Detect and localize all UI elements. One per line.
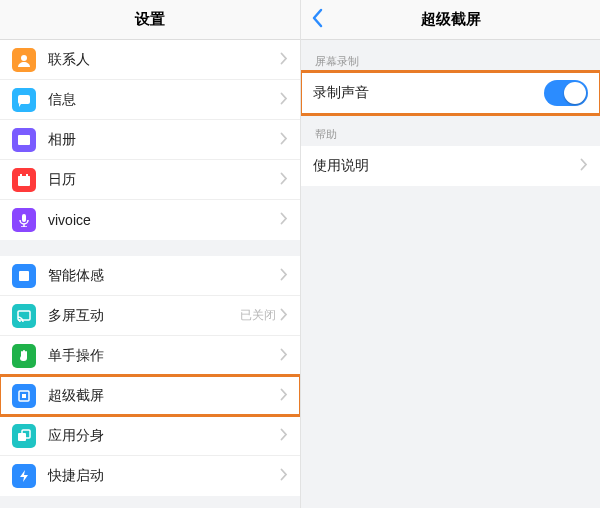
chevron-right-icon [280,427,288,445]
svg-rect-8 [22,214,26,222]
chevron-right-icon [280,171,288,189]
settings-row-sscreen[interactable]: 超级截屏 [0,376,300,416]
settings-title: 设置 [135,10,165,29]
chevron-right-icon [280,211,288,229]
super-screenshot-title: 超级截屏 [421,10,481,29]
row-recaudio[interactable]: 录制声音 [301,73,600,113]
super-screenshot-pane: 超级截屏 屏幕录制录制声音帮助使用说明 [300,0,600,508]
chevron-right-icon [280,307,288,325]
settings-row-clone[interactable]: 应用分身 [0,416,300,456]
svg-rect-6 [20,174,22,177]
mic-icon [12,208,36,232]
svg-rect-9 [19,271,29,281]
super-screenshot-header: 超级截屏 [301,0,600,40]
settings-row-label: 应用分身 [48,427,280,445]
chevron-right-icon [280,347,288,365]
svg-point-3 [21,137,23,139]
square-icon [12,264,36,288]
svg-rect-1 [18,95,30,104]
settings-row-multiscr[interactable]: 多屏互动已关闭 [0,296,300,336]
cast-icon [12,304,36,328]
chevron-right-icon [280,131,288,149]
settings-row-photos[interactable]: 相册 [0,120,300,160]
super-screenshot-list[interactable]: 屏幕录制录制声音帮助使用说明 [301,40,600,508]
section-header: 帮助 [301,113,600,146]
hand-icon [12,344,36,368]
settings-row-label: 单手操作 [48,347,280,365]
svg-rect-7 [26,174,28,177]
settings-row-label: 超级截屏 [48,387,280,405]
settings-row-label: 快捷启动 [48,467,280,485]
settings-pane: 设置 联系人信息相册日历vivoice智能体感多屏互动已关闭单手操作超级截屏应用… [0,0,300,508]
row-manual[interactable]: 使用说明 [301,146,600,186]
bolt-icon [12,464,36,488]
settings-row-hint: 已关闭 [240,307,276,324]
svg-rect-5 [18,176,30,179]
settings-row-label: 信息 [48,91,280,109]
chevron-right-icon [280,267,288,285]
chat-icon [12,88,36,112]
chevron-right-icon [280,387,288,405]
settings-row-onehand[interactable]: 单手操作 [0,336,300,376]
chevron-right-icon [280,51,288,69]
chevron-right-icon [280,467,288,485]
svg-rect-12 [22,394,26,398]
settings-row-smart[interactable]: 智能体感 [0,256,300,296]
svg-point-0 [21,55,27,61]
settings-row-label: 日历 [48,171,280,189]
person-icon [12,48,36,72]
row-label: 使用说明 [313,157,580,175]
settings-row-label: vivoice [48,212,280,228]
settings-row-label: 联系人 [48,51,280,69]
settings-row-vivoice[interactable]: vivoice [0,200,300,240]
photo-icon [12,128,36,152]
clone-icon [12,424,36,448]
settings-row-contacts[interactable]: 联系人 [0,40,300,80]
settings-row-label: 相册 [48,131,280,149]
settings-header: 设置 [0,0,300,40]
settings-row-calendar[interactable]: 日历 [0,160,300,200]
row-label: 录制声音 [313,84,544,102]
chevron-right-icon [280,91,288,109]
section-header: 屏幕录制 [301,40,600,73]
calendar-icon [12,168,36,192]
back-button[interactable] [311,8,323,32]
toggle-recaudio[interactable] [544,80,588,106]
chevron-right-icon [580,157,588,175]
settings-list[interactable]: 联系人信息相册日历vivoice智能体感多屏互动已关闭单手操作超级截屏应用分身快… [0,40,300,508]
svg-rect-10 [18,311,30,320]
settings-row-messages[interactable]: 信息 [0,80,300,120]
settings-row-quick[interactable]: 快捷启动 [0,456,300,496]
settings-row-label: 多屏互动 [48,307,240,325]
screenshot-icon [12,384,36,408]
settings-row-label: 智能体感 [48,267,280,285]
